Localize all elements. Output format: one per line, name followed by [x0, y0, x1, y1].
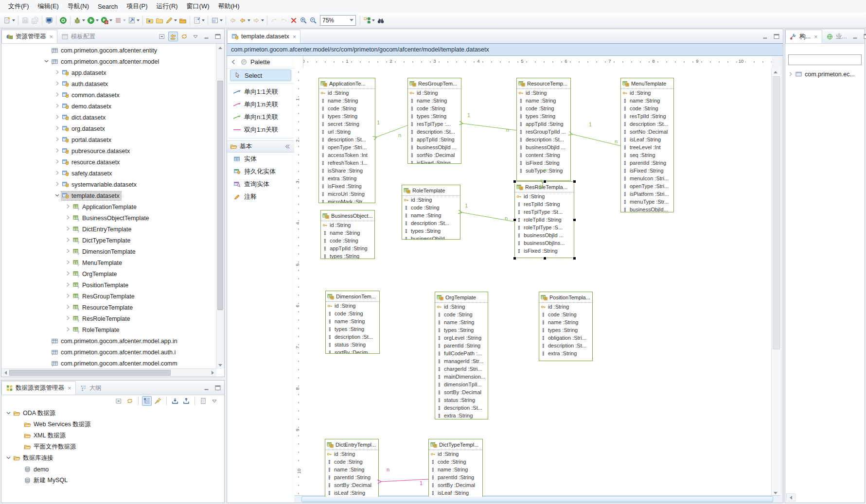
entity-field[interactable]: description :St...	[319, 136, 375, 143]
entity-field[interactable]: isLeaf :String	[325, 489, 378, 497]
entity-field[interactable]: url :String	[319, 128, 375, 136]
collapse-all-button[interactable]	[114, 396, 124, 406]
dropdown-arrow-icon[interactable]	[220, 19, 223, 21]
entity-field[interactable]: id :String	[435, 303, 488, 311]
entity-field[interactable]: roleTplType :S...	[515, 224, 574, 231]
tree-item[interactable]: ODA 数据源	[3, 408, 224, 419]
dropdown-arrow-icon[interactable]	[123, 19, 126, 21]
open-folder-button[interactable]	[155, 15, 164, 26]
chevron-spacer[interactable]	[43, 348, 51, 356]
palette-entity-tool-0[interactable]: 实体	[227, 153, 294, 165]
entity-field[interactable]: isFixed :String	[408, 159, 461, 164]
dropdown-arrow-icon[interactable]	[202, 19, 205, 21]
tree-item[interactable]: ?com.primeton.gocom.afcenter.entity	[1, 45, 216, 56]
tree-item[interactable]: dict.datasetx	[1, 112, 216, 123]
entity-field[interactable]: secret :String	[319, 120, 375, 128]
tab-templatedatasetx[interactable]: template.datasetx×	[227, 30, 300, 43]
dropdown-arrow-icon[interactable]	[96, 19, 99, 21]
chevron-spacer[interactable]	[16, 477, 23, 484]
entity-field[interactable]: isPlatform :Stri...	[621, 190, 673, 198]
entity-field[interactable]: types :String	[408, 112, 461, 120]
explorer-horizontal-scrollbar[interactable]	[1, 368, 216, 377]
tree-item[interactable]: ?OrgTemplate	[1, 268, 216, 279]
import-profile-button[interactable]	[170, 396, 180, 406]
entity-field[interactable]: id :String	[515, 192, 574, 200]
tree-item[interactable]: ?DictEntryTemplate	[1, 224, 216, 235]
entity-field[interactable]: isLeaf :String	[429, 489, 482, 497]
new-wizard-button[interactable]	[2, 15, 16, 26]
chevron-right-icon[interactable]	[54, 158, 61, 166]
run-coverage-button[interactable]	[100, 15, 113, 26]
entity-field[interactable]: name :String	[408, 97, 461, 104]
menu-item-5[interactable]: 运行(R)	[152, 0, 182, 12]
minimize-button[interactable]	[760, 32, 770, 41]
entity-field[interactable]: code :String	[429, 458, 482, 466]
selection-handle[interactable]	[573, 257, 576, 260]
entity-field[interactable]: subType :String	[517, 167, 570, 174]
palette-relation-tool-2[interactable]: 单向n:1关联	[227, 111, 294, 123]
tree-mode-button[interactable]	[142, 396, 152, 406]
tab-资源管理器[interactable]: 资源管理器×	[1, 30, 57, 43]
entity-field[interactable]: resGroupTplId ...	[517, 128, 570, 136]
close-icon[interactable]: ×	[814, 34, 818, 40]
stop-button[interactable]	[113, 15, 127, 26]
entity-field[interactable]: roleTplId :String	[515, 216, 574, 224]
entity-dictentrytempl[interactable]: DictEntryTempl...id :Stringcode :Stringn…	[325, 439, 379, 497]
tree-item[interactable]: 数据库连接	[3, 452, 224, 464]
dropdown-arrow-icon[interactable]	[12, 19, 15, 21]
entity-field[interactable]: id :String	[429, 450, 482, 458]
minimize-button[interactable]	[202, 32, 212, 41]
tab-数据源资源管理器[interactable]: 数据源资源管理器×	[1, 381, 76, 395]
canvas-vertical-scrollbar[interactable]	[771, 68, 781, 497]
tree-item[interactable]: ?com.primeton.gocom.afcenter.model.comm	[1, 358, 216, 369]
chevron-right-icon[interactable]	[54, 114, 61, 121]
tree-item[interactable]: org.datasetx	[1, 123, 216, 134]
entity-field[interactable]: name :String	[325, 466, 378, 473]
entity-field[interactable]: parentId :String	[621, 159, 673, 167]
entity-field[interactable]: id :String	[402, 196, 460, 204]
open-archive-button[interactable]	[178, 15, 188, 26]
new-profile-button[interactable]	[198, 396, 208, 406]
chevron-right-icon[interactable]	[65, 214, 72, 222]
close-icon[interactable]: ×	[50, 34, 53, 40]
selection-handle[interactable]	[543, 257, 547, 260]
tree-item[interactable]: resource.datasetx	[1, 156, 216, 168]
annotate-button[interactable]	[164, 15, 178, 26]
explorer-vertical-scrollbar[interactable]	[216, 44, 224, 369]
selection-handle[interactable]	[573, 218, 576, 222]
entity-field[interactable]: appTplId :String	[517, 120, 570, 128]
entity-field[interactable]: dimensionTplI...	[435, 381, 488, 388]
palette-relation-tool-0[interactable]: 单向1:1关联	[227, 86, 294, 98]
zoom-level-combo[interactable]: 75%	[320, 15, 356, 26]
server-start-button[interactable]	[58, 15, 68, 26]
entity-field[interactable]: accessToken :Int	[319, 151, 375, 159]
form-editor-button[interactable]	[210, 15, 224, 26]
chevron-right-icon[interactable]	[54, 91, 61, 99]
entity-field[interactable]: name :String	[326, 317, 379, 325]
entity-field[interactable]: types :String	[539, 326, 592, 334]
view-menu-button[interactable]	[210, 396, 219, 406]
last-edit-location-button[interactable]	[228, 15, 238, 26]
entity-orgtemplate[interactable]: OrgTemplateid :Stringcode :Stringname :S…	[435, 292, 488, 419]
tree-item[interactable]: ?DimensionTemplate	[1, 246, 216, 257]
chevron-right-icon[interactable]	[65, 270, 72, 278]
undo-button[interactable]	[269, 15, 279, 26]
entity-field[interactable]: types :String	[321, 252, 374, 259]
entity-field[interactable]: id :String	[321, 221, 374, 229]
entity-field[interactable]: name :String	[319, 97, 375, 104]
entity-field[interactable]: businessObjId ...	[408, 143, 461, 151]
entity-field[interactable]: id :String	[517, 89, 570, 97]
selection-handle[interactable]	[543, 180, 547, 183]
export-profile-button[interactable]	[181, 396, 191, 406]
entity-field[interactable]: code :String	[402, 204, 460, 211]
chevron-right-icon[interactable]	[65, 226, 72, 233]
entity-field[interactable]: resTplType :St...	[515, 208, 574, 216]
tree-item[interactable]: ?com.primeton.gocom.afcenter.model	[1, 56, 216, 67]
tree-item[interactable]: ?DictTypeTemplate	[1, 235, 216, 246]
entity-field[interactable]: appTplId :String	[408, 136, 461, 143]
dropdown-arrow-icon[interactable]	[261, 19, 264, 21]
entity-field[interactable]: status :String	[435, 396, 488, 404]
entity-field[interactable]: seq :String	[621, 151, 673, 159]
entity-field[interactable]: status :String	[326, 341, 379, 348]
entity-field[interactable]: microMark :Str...	[319, 198, 375, 203]
